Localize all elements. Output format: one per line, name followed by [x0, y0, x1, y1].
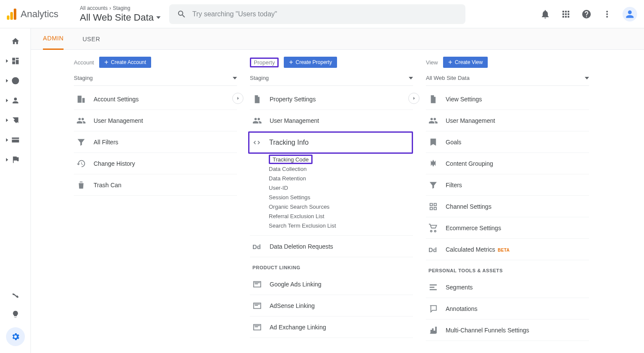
- account-view-picker[interactable]: All accounts›Staging All Web Site Data: [80, 5, 161, 23]
- user-id-subitem[interactable]: User-ID: [269, 183, 413, 192]
- nav-behavior[interactable]: [7, 135, 24, 145]
- arrow-right-icon: [235, 95, 241, 101]
- view-selector[interactable]: All Web Site Data: [426, 72, 589, 86]
- view-column-label: View: [426, 59, 438, 66]
- document-icon: [252, 94, 262, 104]
- tab-user[interactable]: USER: [82, 28, 100, 50]
- apps-icon[interactable]: [561, 9, 571, 19]
- content-grouping-item[interactable]: Content Grouping: [426, 153, 589, 174]
- organic-search-subitem[interactable]: Organic Search Sources: [269, 202, 413, 211]
- channel-settings-item[interactable]: Channel Settings: [426, 196, 589, 217]
- property-selector[interactable]: Staging: [250, 72, 413, 86]
- ad-exchange-linking-item[interactable]: Ad Exchange Linking: [250, 316, 413, 338]
- people-icon: [428, 116, 438, 125]
- nav-admin[interactable]: [6, 327, 25, 346]
- linking-icon: [252, 280, 262, 289]
- create-property-button[interactable]: +Create Property: [284, 57, 337, 68]
- segments-icon: [428, 283, 438, 292]
- create-account-button[interactable]: +Create Account: [99, 57, 151, 68]
- linking-icon: [252, 323, 262, 332]
- google-ads-linking-item[interactable]: Google Ads Linking: [250, 274, 413, 295]
- caret-down-icon: [409, 77, 413, 79]
- tracking-info-item[interactable]: Tracking Info: [249, 133, 412, 152]
- annotations-item[interactable]: Annotations: [426, 298, 589, 320]
- create-view-button[interactable]: +Create View: [443, 57, 488, 68]
- account-user-mgmt-item[interactable]: User Management: [74, 110, 237, 131]
- account-column: Account +Create Account Staging Account …: [74, 57, 237, 353]
- breadcrumb-path: All accounts›Staging: [80, 5, 161, 11]
- arrow-right-icon: [411, 95, 417, 101]
- account-selector[interactable]: Staging: [74, 72, 237, 86]
- view-column: View +Create View All Web Site Data View…: [426, 57, 589, 353]
- nav-customization[interactable]: [7, 56, 24, 66]
- multi-channel-funnels-item[interactable]: Multi-Channel Funnels Settings: [426, 320, 589, 341]
- channel-icon: [428, 202, 438, 211]
- filter-icon: [76, 137, 86, 147]
- nav-discover[interactable]: [7, 309, 24, 320]
- caret-down-icon: [233, 77, 237, 79]
- all-filters-item[interactable]: All Filters: [74, 131, 237, 153]
- linking-icon: [252, 301, 262, 310]
- calculated-metrics-item[interactable]: Calculated MetricsBETA: [426, 239, 589, 260]
- property-column-label: Property: [250, 58, 279, 67]
- referral-exclusion-subitem[interactable]: Referral Exclusion List: [269, 211, 413, 221]
- search-icon: [177, 9, 186, 19]
- funnel-icon: [428, 326, 438, 335]
- tracking-code-subitem[interactable]: Tracking Code: [269, 155, 313, 164]
- flag-icon: [11, 155, 20, 164]
- goals-item[interactable]: Goals: [426, 131, 589, 153]
- ecommerce-settings-item[interactable]: Ecommerce Settings: [426, 217, 589, 239]
- dd-icon: [428, 245, 438, 254]
- more-vert-icon[interactable]: [602, 9, 612, 19]
- adsense-linking-item[interactable]: AdSense Linking: [250, 295, 413, 316]
- product-linking-header: PRODUCT LINKING: [250, 257, 413, 274]
- nav-acquisition[interactable]: [7, 115, 24, 125]
- code-icon: [252, 138, 261, 147]
- view-settings-item[interactable]: View Settings: [426, 88, 589, 110]
- nav-home[interactable]: [7, 36, 24, 46]
- search-bar[interactable]: Try searching "Users today": [169, 4, 465, 24]
- account-column-collapse[interactable]: [232, 93, 243, 104]
- account-settings-item[interactable]: Account Settings: [74, 88, 237, 110]
- content-icon: [428, 159, 438, 168]
- logo-text: Analytics: [21, 9, 58, 20]
- data-deletion-item[interactable]: Data Deletion Requests: [250, 236, 413, 257]
- trash-can-item[interactable]: Trash Can: [74, 174, 237, 196]
- gear-icon: [11, 332, 20, 341]
- dashboard-icon: [11, 57, 20, 65]
- filter-icon: [428, 180, 438, 190]
- user-avatar[interactable]: [623, 7, 637, 21]
- history-icon: [76, 159, 86, 168]
- nav-realtime[interactable]: [7, 76, 24, 86]
- property-column-collapse[interactable]: [408, 93, 419, 104]
- personal-tools-header: PERSONAL TOOLS & ASSETS: [426, 260, 589, 277]
- tab-admin[interactable]: ADMIN: [43, 28, 64, 50]
- notifications-icon[interactable]: [540, 9, 550, 19]
- session-settings-subitem[interactable]: Session Settings: [269, 192, 413, 202]
- nav-audience[interactable]: [7, 95, 24, 106]
- left-nav-rail: [0, 28, 31, 353]
- property-column: Property +Create Property Staging Proper…: [250, 57, 413, 353]
- people-icon: [252, 116, 262, 125]
- analytics-logo-icon: [7, 9, 16, 20]
- caret-down-icon: [585, 77, 589, 79]
- nav-conversions[interactable]: [7, 155, 24, 165]
- change-history-item[interactable]: Change History: [74, 153, 237, 174]
- breadcrumb-current-view: All Web Site Data: [80, 12, 161, 23]
- nav-attribution[interactable]: [7, 291, 24, 301]
- admin-tabs: ADMIN USER: [31, 28, 644, 50]
- filters-item[interactable]: Filters: [426, 174, 589, 196]
- view-user-mgmt-item[interactable]: User Management: [426, 110, 589, 131]
- acquisition-icon: [11, 116, 20, 125]
- logo-area[interactable]: Analytics: [7, 9, 80, 20]
- property-user-mgmt-item[interactable]: User Management: [250, 110, 413, 131]
- search-term-exclusion-subitem[interactable]: Search Term Exclusion List: [269, 221, 413, 230]
- segments-item[interactable]: Segments: [426, 277, 589, 298]
- data-collection-subitem[interactable]: Data Collection: [269, 164, 413, 173]
- property-settings-item[interactable]: Property Settings: [250, 88, 413, 110]
- beta-badge: BETA: [498, 248, 510, 253]
- help-icon[interactable]: [581, 9, 592, 19]
- search-placeholder-text: Try searching "Users today": [192, 10, 277, 18]
- trash-icon: [76, 180, 86, 190]
- data-retention-subitem[interactable]: Data Retention: [269, 173, 413, 183]
